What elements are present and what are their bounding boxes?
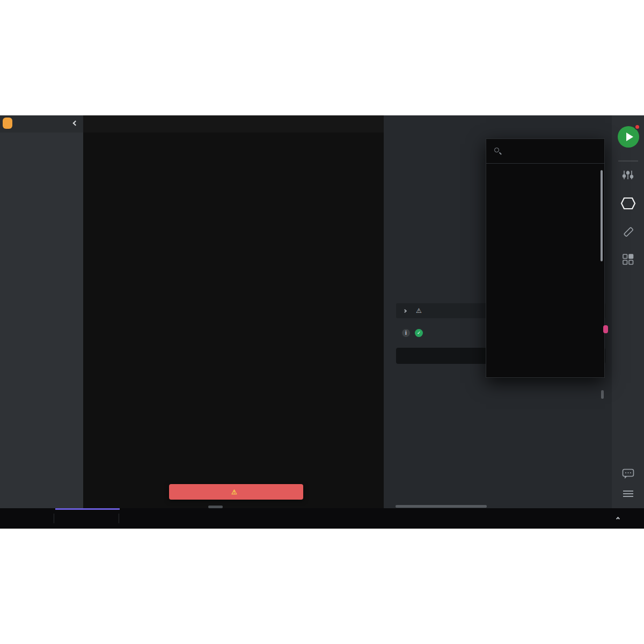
analyzer-picker-dropdown (486, 138, 605, 378)
data-section-header: i ✓ (397, 329, 423, 337)
warning-icon: ⚠ (231, 488, 237, 496)
chevron-right-icon (403, 309, 407, 312)
dropdown-scrollbar[interactable] (601, 170, 603, 261)
tab-divider (119, 514, 119, 523)
menu-icon[interactable] (623, 491, 633, 499)
chevron-up-icon (616, 516, 620, 520)
zoom-level-control[interactable] (613, 508, 619, 529)
play-icon (626, 133, 633, 141)
search-icon (494, 148, 499, 152)
table-vscroll-thumb[interactable] (601, 390, 604, 399)
filter-input[interactable] (504, 139, 598, 163)
toolbar-divider (618, 160, 638, 162)
simulated-data-toast: ⚠ (169, 484, 303, 500)
layout-grid-icon[interactable] (622, 253, 634, 265)
timeline-ruler[interactable] (83, 115, 384, 133)
table-hscroll-thumb[interactable] (396, 505, 487, 508)
record-dot-icon (634, 124, 640, 130)
capture-settings-icon[interactable] (622, 170, 634, 180)
demo-badge[interactable] (3, 118, 12, 129)
info-icon[interactable]: i (402, 329, 410, 337)
notification-badge (603, 325, 608, 333)
trigger-warning-icon: ⚠ (416, 307, 422, 314)
device-1f-icon[interactable] (620, 197, 636, 210)
waveform-area: ⚠ (83, 115, 384, 508)
collapse-sidebar-icon[interactable] (73, 121, 78, 126)
sidebar-header (0, 115, 83, 133)
right-toolbar (612, 115, 644, 508)
chat-feedback-icon[interactable] (622, 469, 635, 480)
session-tab-bar (0, 508, 644, 529)
data-check-icon: ✓ (415, 329, 423, 337)
start-capture-button[interactable] (618, 126, 639, 148)
tab-divider (54, 514, 54, 523)
channels-sidebar (0, 115, 83, 508)
measure-ruler-icon[interactable] (622, 225, 635, 239)
active-tab-indicator (55, 508, 120, 510)
waveform-hscroll-thumb[interactable] (208, 506, 223, 508)
logic-app-window: ⚠ ⚠ i ✓ (0, 115, 644, 529)
filter-row (486, 139, 604, 164)
channel-tracks (83, 133, 384, 508)
